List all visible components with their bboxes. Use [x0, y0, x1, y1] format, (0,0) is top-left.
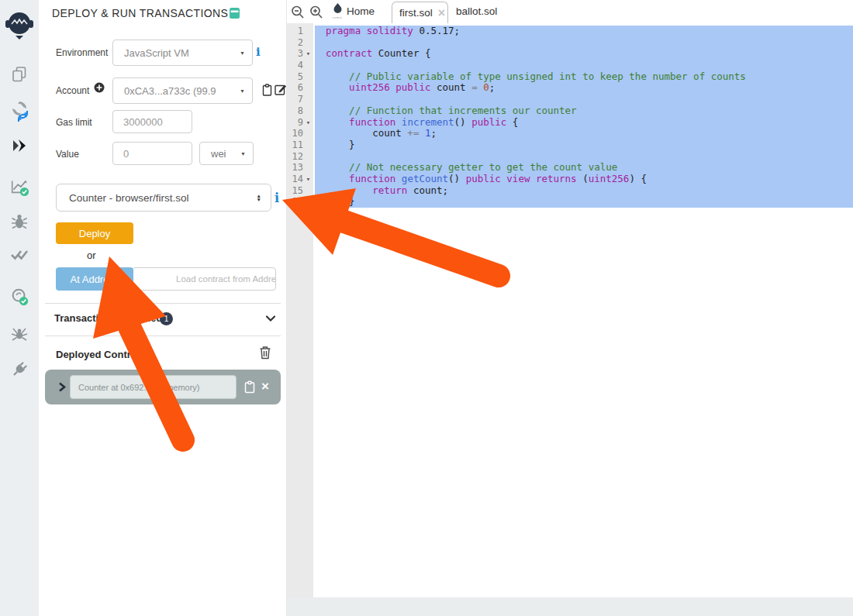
chevron-down-icon: ▼ [240, 50, 252, 56]
deployed-contract-name: Counter at 0x692...7A (memory) [71, 383, 200, 392]
deployed-contracts-title: Deployed Contracts [56, 349, 151, 360]
unit-testing-icon[interactable] [9, 245, 29, 265]
account-value: 0xCA3...a733c (99.9 [113, 85, 240, 97]
transactions-recorded-label: Transactions recorded: [54, 312, 166, 324]
gutter[interactable]: 123▾456789▾1011121314▾1516 [287, 23, 313, 597]
editor-bottom-strip [287, 597, 853, 616]
account-select[interactable]: 0xCA3...a733c (99.9 ▼ [112, 77, 253, 104]
gas-limit-input[interactable]: 3000000 [112, 110, 192, 133]
chevron-down-icon: ▼ [240, 151, 253, 157]
account-label: Account [56, 85, 89, 96]
add-account-icon[interactable] [94, 82, 105, 96]
chevron-down-icon: ▼ [240, 88, 252, 94]
divider [45, 303, 281, 304]
value-amount: 0 [113, 148, 129, 160]
clear-deployed-trash-icon[interactable] [259, 346, 271, 360]
at-address-button[interactable]: At Address [56, 267, 133, 291]
value-unit: wei [200, 148, 240, 160]
deploy-run-panel: DEPLOY & RUN TRANSACTIONS Environment Ja… [39, 0, 287, 616]
at-address-input[interactable] [133, 274, 275, 284]
environment-select[interactable]: JavaScript VM ▼ [112, 40, 253, 66]
deploy-button[interactable]: Deploy [56, 222, 133, 244]
plugin-doc-icon[interactable] [229, 7, 240, 22]
transactions-count-badge: 1 [160, 312, 173, 325]
solidity-compiler-icon[interactable] [9, 101, 29, 121]
copy-account-icon[interactable] [262, 84, 272, 99]
environment-value: JavaScript VM [113, 47, 240, 59]
tab-home[interactable]: Home [347, 5, 375, 17]
at-address-input-wrap [132, 267, 276, 291]
expand-chevron-icon[interactable] [57, 381, 67, 393]
value-label: Value [56, 149, 79, 160]
or-label: or [87, 249, 96, 261]
editor-area: remix Home first.sol × ballot.sol 123▾45… [287, 0, 853, 616]
activity-bar [0, 0, 39, 616]
sign-message-pencil-icon[interactable] [275, 84, 286, 98]
spider-icon[interactable] [9, 324, 29, 344]
value-unit-select[interactable]: wei ▼ [199, 142, 254, 165]
remove-contract-close-icon[interactable]: × [261, 377, 269, 396]
editor-tabbar: remix Home first.sol × ballot.sol [287, 0, 853, 23]
remix-home-caption: remix [331, 16, 344, 19]
gas-limit-label: Gas limit [56, 117, 92, 128]
gas-limit-value: 3000000 [113, 116, 163, 128]
plugin-circle-icon[interactable] [9, 287, 29, 307]
contract-select-value: Counter - browser/first.sol [57, 192, 257, 204]
deployed-contract-row: Counter at 0x692...7A (memory) × [45, 370, 281, 404]
code-area[interactable]: pragma solidity 0.5.17; contract Counter… [313, 23, 853, 597]
contract-select[interactable]: Counter - browser/first.sol ▲▼ [56, 184, 271, 212]
file-explorer-icon[interactable] [9, 64, 29, 84]
analytics-icon[interactable] [9, 177, 29, 197]
zoom-out-icon[interactable] [290, 5, 306, 20]
environment-info-icon[interactable]: i [256, 45, 261, 59]
value-input[interactable]: 0 [112, 142, 192, 165]
remix-logo-icon[interactable] [5, 10, 34, 41]
updown-arrows-icon: ▲▼ [257, 194, 271, 202]
contract-info-icon[interactable]: i [275, 191, 279, 205]
deploy-run-icon[interactable] [9, 136, 29, 156]
tab-ballot-sol[interactable]: ballot.sol [456, 5, 497, 17]
copy-address-icon[interactable] [244, 380, 255, 397]
environment-label: Environment [56, 47, 108, 58]
zoom-in-icon[interactable] [309, 5, 324, 20]
deployed-contract-field[interactable]: Counter at 0x692...7A (memory) [70, 375, 237, 399]
code-lines: pragma solidity 0.5.17; contract Counter… [313, 26, 746, 208]
tab-first-sol[interactable]: first.sol × [392, 2, 448, 23]
plugin-manager-plug-icon[interactable] [9, 360, 29, 380]
panel-title: DEPLOY & RUN TRANSACTIONS [52, 7, 228, 19]
divider [45, 336, 281, 336]
collapse-chevron-icon[interactable] [265, 312, 276, 321]
remix-home-icon[interactable]: remix [331, 2, 344, 19]
tab-close-icon[interactable]: × [438, 8, 445, 19]
debugger-bug-icon[interactable] [9, 212, 29, 232]
